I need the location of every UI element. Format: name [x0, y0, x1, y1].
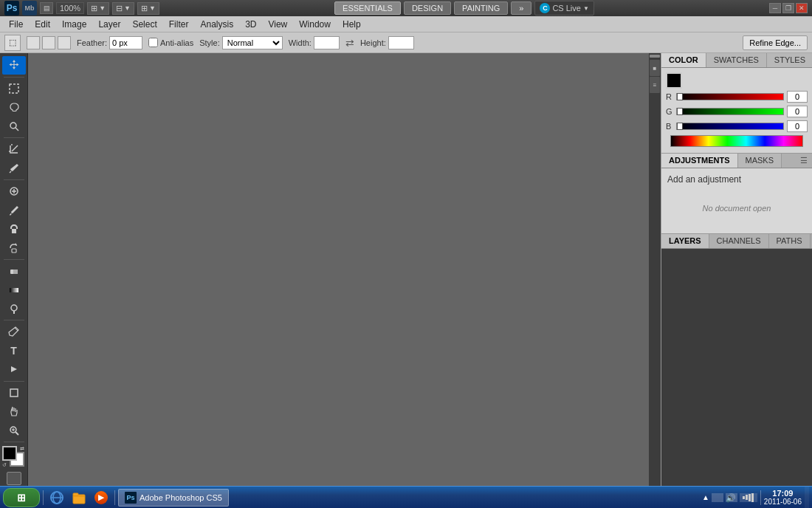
default-colors-btn[interactable]: ↺: [2, 462, 7, 468]
foreground-color-swatch[interactable]: [2, 446, 17, 461]
tab-channels[interactable]: CHANNELS: [709, 234, 769, 248]
b-value-input[interactable]: [787, 120, 808, 132]
panel-collapse-arrow[interactable]: [650, 55, 660, 58]
bridge-logo[interactable]: Mb: [22, 1, 37, 16]
tab-layers[interactable]: LAYERS: [661, 234, 709, 248]
show-hidden-icons-btn[interactable]: ▲: [702, 493, 709, 501]
antialias-checkbox[interactable]: [148, 38, 158, 47]
menu-select[interactable]: Select: [126, 18, 162, 31]
canvas-area[interactable]: [28, 53, 649, 486]
adj-panel-menu-btn[interactable]: ☰: [796, 154, 812, 168]
tool-quick-select[interactable]: [2, 117, 26, 135]
menu-edit[interactable]: Edit: [29, 18, 56, 31]
tool-gradient[interactable]: [2, 281, 26, 299]
color-picker-side-icon[interactable]: ■: [650, 60, 660, 76]
tab-adjustments[interactable]: ADJUSTMENTS: [661, 154, 738, 168]
close-btn[interactable]: ✕: [796, 3, 808, 13]
tool-lasso[interactable]: [2, 98, 26, 117]
clock-area[interactable]: 17:09 2011-06-06: [764, 489, 802, 506]
tab-swatches[interactable]: SWATCHES: [706, 53, 767, 67]
menu-filter[interactable]: Filter: [163, 18, 195, 31]
view-options-btn[interactable]: ⊞ ▼: [137, 2, 159, 15]
height-group: Height:: [360, 36, 414, 49]
tool-brush[interactable]: [2, 201, 26, 219]
r-slider-thumb[interactable]: [677, 93, 683, 100]
svg-rect-26: [73, 493, 78, 495]
g-slider-thumb[interactable]: [677, 108, 683, 115]
workspace-design[interactable]: DESIGN: [404, 1, 451, 15]
b-slider-thumb[interactable]: [677, 123, 683, 130]
tool-preset-btn[interactable]: ⬚: [4, 35, 21, 51]
extras-btn[interactable]: ⊟ ▼: [112, 2, 134, 15]
swap-dimensions-btn[interactable]: ⇄: [345, 37, 354, 49]
taskbar-winamp-icon[interactable]: ▶: [91, 488, 111, 507]
width-input[interactable]: [314, 36, 340, 49]
menu-analysis[interactable]: Analysis: [194, 18, 239, 31]
feather-group: Feather:: [77, 36, 142, 49]
tool-dodge[interactable]: [2, 300, 26, 318]
menu-view[interactable]: View: [262, 18, 293, 31]
menu-help[interactable]: Help: [337, 18, 367, 31]
height-label: Height:: [360, 38, 386, 47]
tool-zoom[interactable]: [2, 422, 26, 440]
feather-input[interactable]: [109, 36, 142, 49]
style-select[interactable]: Normal Fixed Ratio Fixed Size: [222, 36, 283, 49]
menu-file[interactable]: File: [3, 18, 29, 31]
swap-colors-btn[interactable]: ⇄: [20, 446, 26, 450]
menu-image[interactable]: Image: [56, 18, 92, 31]
cs-live-btn[interactable]: C CS Live ▼: [534, 1, 593, 16]
tool-separator-6: [4, 381, 24, 382]
color-spectrum-bar[interactable]: [670, 135, 803, 147]
tool-hand[interactable]: [2, 402, 26, 421]
svg-rect-17: [10, 389, 18, 397]
tool-crop[interactable]: [2, 140, 26, 159]
brush-side-icon[interactable]: ≡: [650, 77, 660, 93]
volume-icon[interactable]: 🔊: [726, 493, 737, 502]
style-icon-1[interactable]: [27, 36, 40, 49]
tab-paths[interactable]: PATHS: [769, 234, 811, 248]
height-input[interactable]: [388, 36, 414, 49]
menu-3d[interactable]: 3D: [239, 18, 262, 31]
style-icon-3[interactable]: [58, 36, 71, 49]
width-label: Width:: [289, 38, 312, 47]
tool-pen[interactable]: [2, 323, 26, 341]
taskbar-explorer-icon[interactable]: [69, 488, 89, 507]
tool-shape[interactable]: [2, 384, 26, 402]
tab-styles[interactable]: STYLES: [767, 53, 812, 67]
screen-mode-btn[interactable]: ⊞ ▼: [87, 2, 109, 15]
tool-eyedropper[interactable]: [2, 159, 26, 177]
file-info-btn[interactable]: ▤: [40, 2, 53, 14]
tool-path-select[interactable]: [2, 360, 26, 379]
r-value-input[interactable]: [787, 91, 808, 103]
show-desktop-btn[interactable]: [805, 487, 809, 509]
style-icon-2[interactable]: [42, 36, 55, 49]
workspace-more[interactable]: »: [511, 1, 531, 15]
g-value-input[interactable]: [787, 106, 808, 117]
taskbar-ie-icon[interactable]: [47, 488, 67, 507]
restore-btn[interactable]: ❐: [782, 3, 794, 13]
tool-eraser[interactable]: [2, 262, 26, 281]
quick-mask-btn[interactable]: [2, 470, 26, 486]
tool-clone-stamp[interactable]: [2, 220, 26, 238]
menu-window[interactable]: Window: [293, 18, 337, 31]
refine-edge-button[interactable]: Refine Edge...: [743, 35, 808, 50]
workspace-painting[interactable]: PAINTING: [454, 1, 508, 15]
taskbar-photoshop-app[interactable]: Ps Adobe Photoshop CS5: [118, 489, 229, 507]
tool-marquee[interactable]: [2, 79, 26, 97]
system-tray: ▲ 🔊: [702, 493, 757, 502]
workspace-essentials[interactable]: ESSENTIALS: [334, 1, 401, 15]
signal-bars-icon[interactable]: [740, 493, 757, 502]
tab-color[interactable]: COLOR: [661, 53, 706, 67]
start-button[interactable]: ⊞: [3, 488, 40, 507]
minimize-btn[interactable]: ─: [769, 3, 781, 13]
network-icon[interactable]: [712, 493, 723, 502]
tool-move[interactable]: [2, 56, 26, 75]
tab-masks[interactable]: MASKS: [738, 154, 782, 168]
tool-type[interactable]: T: [2, 342, 26, 360]
refine-edge-btn[interactable]: Refine Edge...: [743, 35, 808, 50]
menu-layer[interactable]: Layer: [92, 18, 126, 31]
fg-color-preview[interactable]: [666, 72, 682, 89]
tool-history-brush[interactable]: [2, 238, 26, 257]
title-bar: Ps Mb ▤ 100% ⊞ ▼ ⊟ ▼ ⊞ ▼ ESSENTIALS DESI…: [0, 0, 812, 16]
tool-spot-heal[interactable]: [2, 182, 26, 201]
